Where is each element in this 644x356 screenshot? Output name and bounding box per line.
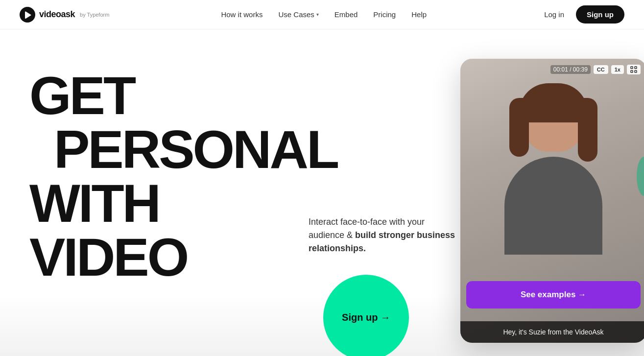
hero-section: GET PERSONAL WITH VIDEO Interact face-to… [0, 29, 644, 356]
video-controls: 00:01 / 00:39 CC 1x [460, 65, 644, 74]
header: videoask by Typeform How it works Use Ca… [0, 0, 644, 29]
headline-line3: WITH [29, 176, 304, 230]
person-hair-top [519, 83, 588, 122]
hero-headline-block: GET PERSONAL WITH VIDEO [29, 59, 304, 299]
header-signup-button[interactable]: Sign up [576, 5, 624, 24]
svg-rect-2 [635, 67, 637, 69]
hero-middle-block: Interact face-to-face with your audience… [304, 59, 460, 356]
hero-headline: GET PERSONAL WITH VIDEO [29, 69, 304, 284]
videoask-logo-icon [20, 7, 35, 23]
cc-button[interactable]: CC [594, 65, 608, 74]
logo[interactable]: videoask by Typeform [20, 7, 109, 23]
hero-subtext: Interact face-to-face with your audience… [309, 215, 460, 255]
hero-signup-circle-label: Sign up → [342, 312, 390, 323]
video-card: 00:01 / 00:39 CC 1x See examples → Hey, … [460, 59, 644, 343]
nav-use-cases[interactable]: Use Cases ▾ [272, 7, 324, 22]
video-card-wrapper: 00:01 / 00:39 CC 1x See examples → Hey, … [460, 59, 644, 343]
nav-pricing[interactable]: Pricing [367, 7, 402, 22]
use-cases-chevron-icon: ▾ [316, 12, 319, 17]
video-subtitle: Hey, it's Suzie from the VideoAsk [460, 321, 644, 343]
person-hair-right [578, 98, 597, 162]
person-illustration [490, 88, 617, 294]
headline-line4: VIDEO [29, 230, 304, 284]
person-body [504, 157, 602, 255]
speed-button[interactable]: 1x [611, 65, 624, 74]
nav-embed[interactable]: Embed [329, 7, 364, 22]
svg-rect-3 [631, 71, 633, 72]
nav-how-it-works[interactable]: How it works [215, 7, 268, 22]
header-actions: Log in Sign up [538, 5, 624, 24]
nav-help[interactable]: Help [405, 7, 432, 22]
person-hair-left [509, 98, 529, 157]
logo-by-typeform: by Typeform [80, 12, 109, 18]
headline-line2: PERSONAL [29, 122, 304, 176]
fullscreen-button[interactable] [627, 65, 641, 74]
logo-brand-text: videoask [39, 9, 75, 20]
video-see-examples-button[interactable]: See examples → [466, 281, 641, 309]
svg-rect-4 [635, 71, 637, 72]
headline-line1: GET [29, 69, 304, 122]
fullscreen-icon [630, 66, 637, 73]
svg-rect-1 [631, 67, 633, 69]
video-time: 00:01 / 00:39 [550, 65, 591, 74]
main-nav: How it works Use Cases ▾ Embed Pricing H… [215, 7, 432, 22]
login-link[interactable]: Log in [538, 7, 570, 22]
hero-signup-circle-button[interactable]: Sign up → [323, 275, 409, 356]
person-head [524, 88, 583, 152]
